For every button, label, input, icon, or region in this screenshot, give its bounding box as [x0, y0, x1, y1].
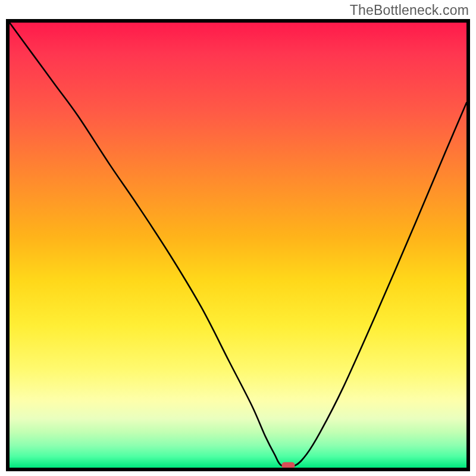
- bottleneck-curve: [10, 23, 466, 467]
- watermark-text: TheBottleneck.com: [350, 2, 469, 18]
- minimum-marker: [281, 462, 295, 468]
- chart-stage: TheBottleneck.com: [0, 0, 476, 476]
- plot-area: [6, 19, 470, 471]
- curve-layer: [10, 23, 466, 468]
